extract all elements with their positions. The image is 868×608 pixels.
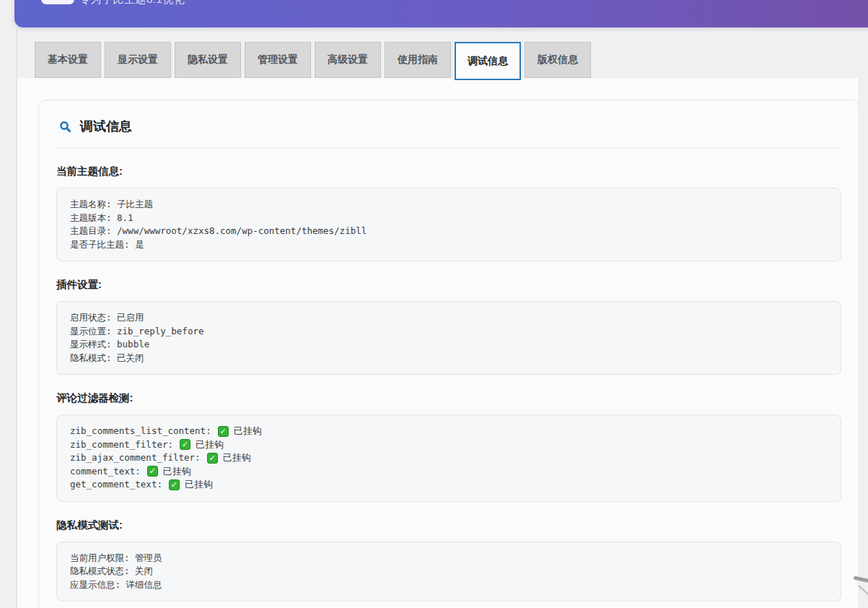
hook-name: get_comment_text: xyxy=(70,478,162,492)
hook-name: zib_ajax_comment_filter: xyxy=(70,451,201,465)
check-icon: ✓ xyxy=(180,439,190,450)
hook-row: comment_text:✓已挂钩 xyxy=(70,465,828,479)
info-line: 主题目录: /www/wwwroot/xzxs8.com/wp-content/… xyxy=(70,225,828,238)
panel-title-row: 调试信息 xyxy=(56,118,841,135)
hook-name: zib_comments_list_content: xyxy=(70,425,211,438)
check-icon: ✓ xyxy=(218,426,229,437)
theme-logo xyxy=(41,0,74,4)
info-line: 是否子比主题: 是 xyxy=(70,238,828,252)
tab-6[interactable]: 使用指南 xyxy=(385,42,451,78)
section-heading: 隐私模式测试: xyxy=(56,518,841,532)
corner-diagonal-mark xyxy=(858,585,868,601)
panel-title: 调试信息 xyxy=(80,118,132,135)
debug-sections: 当前主题信息:主题名称: 子比主题主题版本: 8.1主题目录: /www/www… xyxy=(56,165,841,602)
tab-7[interactable]: 调试信息 xyxy=(455,42,521,80)
info-line: 显示样式: bubble xyxy=(70,338,828,352)
hook-name: zib_comment_filter: xyxy=(70,438,173,452)
info-line: 主题名称: 子比主题 xyxy=(70,198,828,212)
search-icon xyxy=(59,121,71,133)
info-line: 启用状态: 已启用 xyxy=(70,311,828,325)
info-line: 隐私模式: 已关闭 xyxy=(70,352,828,365)
tab-2[interactable]: 显示设置 xyxy=(105,42,171,78)
section-heading: 评论过滤器检测: xyxy=(56,391,841,405)
check-icon: ✓ xyxy=(147,466,158,477)
banner-subtitle: 专为子比主题8.1优化 xyxy=(79,0,185,6)
section-heading: 当前主题信息: xyxy=(56,165,841,178)
hook-status: 已挂钩 xyxy=(196,438,224,452)
settings-tab-bar: 基本设置显示设置隐私设置管理设置高级设置使用指南调试信息版权信息 xyxy=(35,42,591,80)
info-line: 显示位置: zib_reply_before xyxy=(70,325,828,339)
tab-8[interactable]: 版权信息 xyxy=(525,42,591,78)
hook-row: zib_comment_filter:✓已挂钩 xyxy=(70,438,828,452)
info-line: 当前用户权限: 管理员 xyxy=(70,552,828,565)
section-heading: 插件设置: xyxy=(56,278,841,292)
info-box: zib_comments_list_content:✓已挂钩zib_commen… xyxy=(56,414,841,502)
check-icon: ✓ xyxy=(207,453,218,464)
hook-status: 已挂钩 xyxy=(185,478,213,492)
hook-name: comment_text: xyxy=(70,465,141,479)
check-icon: ✓ xyxy=(169,479,180,490)
info-box: 主题名称: 子比主题主题版本: 8.1主题目录: /www/wwwroot/xz… xyxy=(56,188,841,261)
title-divider xyxy=(56,147,841,148)
info-line: 主题版本: 8.1 xyxy=(70,212,828,225)
hook-status: 已挂钩 xyxy=(234,425,262,438)
tab-1[interactable]: 基本设置 xyxy=(35,42,101,78)
debug-info-panel: 调试信息 当前主题信息:主题名称: 子比主题主题版本: 8.1主题目录: /ww… xyxy=(38,100,859,608)
hook-status: 已挂钩 xyxy=(223,451,251,465)
tab-4[interactable]: 管理设置 xyxy=(245,42,311,78)
hook-row: get_comment_text:✓已挂钩 xyxy=(70,478,828,492)
tab-3[interactable]: 隐私设置 xyxy=(175,42,241,78)
info-line: 隐私模式状态: 关闭 xyxy=(70,565,828,578)
hook-row: zib_comments_list_content:✓已挂钩 xyxy=(70,425,828,438)
header-banner: 专为子比主题8.1优化 xyxy=(14,0,868,27)
info-line: 应显示信息: 详细信息 xyxy=(70,578,828,592)
hook-status: 已挂钩 xyxy=(163,465,191,479)
hook-row: zib_ajax_comment_filter:✓已挂钩 xyxy=(70,451,828,465)
info-box: 启用状态: 已启用显示位置: zib_reply_before显示样式: bub… xyxy=(56,301,841,375)
left-edge-rule xyxy=(17,27,17,78)
tab-5[interactable]: 高级设置 xyxy=(315,42,381,78)
info-box: 当前用户权限: 管理员隐私模式状态: 关闭应显示信息: 详细信息 xyxy=(56,542,841,602)
